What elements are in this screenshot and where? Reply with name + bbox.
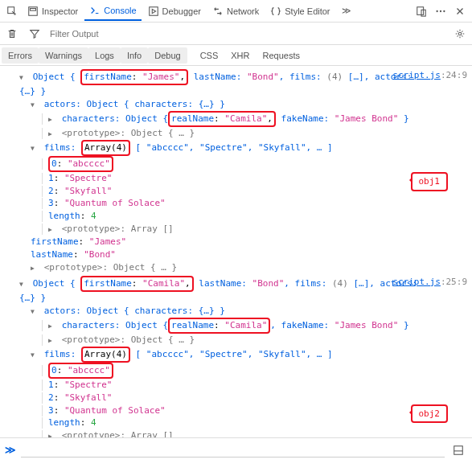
tab-network[interactable]: Network	[207, 2, 264, 20]
cat-errors[interactable]: Errors	[2, 47, 39, 64]
responsive-icon[interactable]	[412, 2, 430, 20]
expand-arrow[interactable]	[31, 305, 39, 318]
svg-rect-2	[31, 8, 36, 10]
close: }	[215, 306, 225, 316]
prop-row: lastName: "Bond"	[0, 248, 472, 261]
prop-row: <prototype>: Array []	[0, 223, 472, 236]
count: (4)	[326, 72, 343, 82]
val: "James Bond"	[335, 320, 398, 330]
prop-row: <prototype>: Object { … }	[0, 127, 472, 140]
prop-row: films: Array(4) [ "abcccc", "Spectre", "…	[0, 347, 472, 363]
close: }	[398, 320, 408, 330]
console-output: Object { firstName: "James", lastName: "…	[0, 66, 472, 437]
cat-info[interactable]: Info	[121, 47, 148, 64]
svg-rect-10	[454, 445, 463, 454]
split-console-icon[interactable]	[449, 441, 467, 459]
tab-inspector[interactable]: Inspector	[23, 2, 83, 20]
key: , films:	[284, 278, 332, 289]
expand-arrow[interactable]	[19, 71, 27, 84]
console-input[interactable]	[21, 443, 445, 458]
settings-icon[interactable]	[451, 25, 469, 43]
tab-style-editor[interactable]: Style Editor	[265, 2, 335, 20]
expand-arrow[interactable]	[48, 319, 56, 332]
cat-requests[interactable]: Requests	[257, 47, 306, 64]
key: characters: Object {	[62, 113, 168, 124]
key: , fakeName:	[270, 320, 334, 330]
val: "Bond"	[247, 72, 279, 82]
cat-warnings[interactable]: Warnings	[39, 47, 88, 64]
proto: <prototype>: Object { … }	[62, 334, 195, 345]
proto: <prototype>: Array []	[62, 224, 174, 234]
expand-arrow[interactable]	[31, 98, 39, 111]
tab-debugger[interactable]: Debugger	[143, 2, 206, 20]
expand-arrow[interactable]	[19, 277, 27, 290]
trash-icon[interactable]	[3, 25, 21, 43]
log-cont: {…} }	[0, 292, 472, 305]
prompt-icon: ≫	[5, 444, 16, 456]
svg-point-6	[436, 10, 437, 11]
filter-row	[0, 23, 472, 45]
val: "Bond"	[252, 278, 285, 289]
prop-row: length: 4	[0, 210, 472, 223]
log-cont: {…} }	[0, 85, 472, 98]
val: {…}	[199, 99, 215, 109]
kebab-icon[interactable]	[432, 2, 449, 20]
filter-icon[interactable]	[26, 25, 43, 43]
prop-row: characters: Object { realName: "Camila",…	[0, 318, 472, 334]
key: lastName:	[188, 72, 247, 82]
key: , films:	[279, 72, 327, 82]
tab-label: Network	[227, 6, 259, 16]
prop-row: actors: Object { characters: {…} }	[0, 98, 472, 111]
svg-point-9	[458, 32, 462, 35]
array-item: 2: "Skyfall"	[0, 185, 472, 198]
key: characters: Object {	[62, 320, 168, 330]
arr: […]	[348, 278, 370, 289]
arr-label: Array(4)	[81, 140, 130, 156]
expand-arrow[interactable]	[48, 429, 56, 437]
close: }	[35, 293, 46, 303]
tab-overflow[interactable]: ≫	[337, 2, 356, 19]
prop-row: actors: Object { characters: {…} }	[0, 305, 472, 318]
array-item: 0: "abcccc"	[0, 156, 472, 172]
prop-row: firstName: "James"	[0, 236, 472, 248]
object-label: Object {	[33, 72, 76, 82]
array-item: 1: "Spectre"	[0, 379, 472, 392]
tab-label: Console	[104, 6, 136, 15]
source-link[interactable]: script.js:25:9	[392, 276, 467, 289]
array-item: 0: "abcccc"	[0, 363, 472, 379]
proto: <prototype>: Object { … }	[44, 262, 178, 273]
array-item: 2: "Skyfall"	[0, 392, 472, 404]
tab-console[interactable]: Console	[84, 2, 141, 21]
expand-arrow[interactable]	[48, 127, 56, 140]
pick-element-icon[interactable]	[3, 2, 21, 20]
tab-label: Debugger	[162, 6, 201, 16]
expand-arrow[interactable]	[48, 334, 56, 347]
close: }	[398, 113, 408, 124]
prop-row: characters: Object { realName: "Camila",…	[0, 111, 472, 127]
key: films:	[44, 349, 81, 359]
expand-arrow[interactable]	[48, 113, 56, 125]
cat-css[interactable]: CSS	[194, 47, 225, 64]
prop-row: films: Array(4) [ "abcccc", "Spectre", "…	[0, 140, 472, 156]
key: actors: Object { characters:	[44, 306, 199, 316]
cat-debug[interactable]: Debug	[148, 47, 187, 64]
filter-input[interactable]	[48, 27, 446, 40]
arr-preview: [ "abcccc", "Spectre", "Skyfall", … ]	[130, 349, 333, 359]
val: "James Bond"	[335, 113, 398, 124]
expand-arrow[interactable]	[31, 348, 39, 361]
close: }	[35, 86, 46, 96]
cat-xhr[interactable]: XHR	[224, 47, 256, 64]
log-entry: Object { firstName: "Camila", lastName: …	[0, 276, 472, 292]
devtools-toolbar: Inspector Console Debugger Network Style…	[0, 0, 472, 23]
close-icon[interactable]	[451, 2, 469, 20]
prop-row: <prototype>: Object { … }	[0, 261, 472, 274]
object-label: Object {	[33, 278, 76, 289]
expand-arrow[interactable]	[31, 142, 39, 154]
array-item: 3: "Quantum of Solace" obj2	[0, 404, 472, 417]
proto: <prototype>: Object { … }	[62, 128, 195, 138]
expand-arrow[interactable]	[31, 261, 39, 274]
close: }	[215, 99, 225, 109]
source-link[interactable]: script.js:24:9	[392, 69, 467, 82]
cat-logs[interactable]: Logs	[88, 47, 121, 64]
expand-arrow[interactable]	[48, 223, 56, 236]
